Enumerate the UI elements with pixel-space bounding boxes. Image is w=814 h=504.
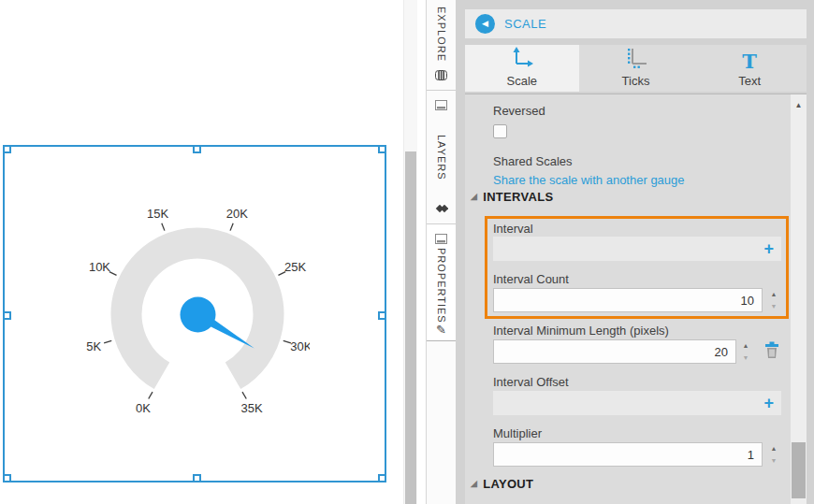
spinner-up-icon[interactable]: ▲ — [739, 339, 752, 352]
reversed-label: Reversed — [493, 104, 545, 118]
spinner-down-icon[interactable]: ▼ — [767, 454, 780, 467]
delete-trash-icon[interactable] — [764, 341, 779, 363]
layers-icon — [434, 201, 448, 218]
interval-label: Interval — [493, 222, 533, 236]
multiplier-spinner[interactable]: ▲ ▼ — [767, 442, 780, 467]
interval-offset-input[interactable]: + — [493, 391, 781, 415]
panel-scrollbar[interactable]: ▲ — [791, 94, 807, 504]
panel-content: Reversed Shared Scales Share the scale w… — [465, 94, 791, 504]
multiplier-label: Multiplier — [493, 426, 542, 440]
sidebar-tab-properties[interactable]: PROPERTIES ✎ — [427, 224, 456, 341]
scale-axes-icon — [510, 47, 534, 72]
add-interval-icon[interactable]: + — [763, 240, 774, 257]
spinner-down-icon[interactable]: ▼ — [739, 352, 752, 364]
gauge-scale-label: 15K — [147, 207, 168, 221]
sidebar-tab-layers[interactable]: LAYERS — [427, 91, 456, 224]
gauge-scale-label: 10K — [89, 260, 110, 274]
panel-scrollbar-thumb[interactable] — [792, 442, 806, 498]
shared-scales-label: Shared Scales — [493, 154, 573, 168]
spinner-down-icon[interactable]: ▼ — [767, 300, 780, 312]
selection-handle[interactable] — [3, 145, 11, 153]
design-canvas[interactable]: 0K5K10K15K20K25K30K35K — [0, 0, 426, 504]
gauge-scale-label: 20K — [226, 207, 248, 221]
interval-count-spinner[interactable]: ▲ ▼ — [767, 288, 780, 312]
multiplier-input[interactable] — [493, 442, 763, 467]
layout-section-header[interactable]: ◢LAYOUT — [471, 477, 533, 491]
gauge-widget[interactable]: 0K5K10K15K20K25K30K35K — [85, 202, 310, 426]
explore-tab-label: EXPLORE — [436, 0, 447, 67]
gauge-needle-knob[interactable] — [181, 297, 216, 333]
scale-subtabs: Scale Ticks T Text — [465, 45, 807, 92]
spinner-up-icon[interactable]: ▲ — [767, 442, 780, 454]
properties-panel: ◀ SCALE Scale Ticks T Text R — [456, 0, 814, 504]
interval-count-input[interactable] — [493, 288, 763, 312]
properties-tab-label: PROPERTIES — [436, 248, 447, 324]
spinner-up-icon[interactable]: ▲ — [767, 288, 780, 300]
selection-handle[interactable] — [193, 474, 201, 482]
selection-handle[interactable] — [378, 145, 386, 153]
canvas-scrollbar[interactable] — [403, 0, 417, 504]
intervals-section-header[interactable]: ◢INTERVALS — [471, 190, 553, 204]
tab-ticks-label: Ticks — [622, 74, 650, 88]
back-button[interactable]: ◀ — [475, 14, 495, 34]
data-explorer-icon — [435, 67, 447, 84]
selection-handle[interactable] — [378, 474, 386, 482]
selection-handle[interactable] — [3, 311, 11, 320]
gauge-scale-label: 0K — [136, 401, 151, 415]
share-scale-link[interactable]: Share the scale with another gauge — [493, 173, 685, 187]
gauge: 0K5K10K15K20K25K30K35K — [85, 202, 310, 426]
gauge-scale-label: 35K — [240, 401, 262, 415]
scroll-up-icon[interactable]: ▲ — [791, 101, 807, 109]
interval-offset-label: Interval Offset — [493, 375, 569, 389]
reversed-checkbox[interactable] — [493, 124, 507, 138]
side-tab-strip: EXPLORE LAYERS PROPERTIES ✎ — [426, 0, 456, 504]
selection-handle[interactable] — [3, 474, 11, 482]
collapse-triangle-icon: ◢ — [471, 479, 477, 488]
gauge-scale-label: 30K — [290, 339, 310, 353]
interval-min-length-input[interactable] — [493, 339, 736, 364]
panel-header: ◀ SCALE — [465, 9, 807, 38]
ticks-axes-icon — [624, 47, 648, 72]
interval-input[interactable]: + — [493, 237, 781, 261]
panel-title: SCALE — [504, 17, 546, 31]
sidebar-tab-explore[interactable]: EXPLORE — [427, 0, 456, 91]
interval-min-length-spinner[interactable]: ▲ ▼ — [739, 339, 752, 364]
collapse-triangle-icon: ◢ — [471, 192, 477, 201]
interval-min-length-label: Interval Minimum Length (pixels) — [493, 324, 669, 338]
layers-tab-label: LAYERS — [436, 114, 447, 201]
panel-window-icon — [435, 231, 447, 248]
selection-handle[interactable] — [193, 145, 201, 153]
tab-ticks[interactable]: Ticks — [579, 45, 693, 92]
tab-scale[interactable]: Scale — [465, 45, 579, 92]
tab-text[interactable]: T Text — [692, 45, 807, 92]
tab-scale-label: Scale — [507, 74, 538, 88]
panel-window-icon — [435, 97, 447, 114]
gauge-designer-app: 0K5K10K15K20K25K30K35K EXPLORE LAYERS P — [0, 0, 814, 504]
canvas-scrollbar-thumb[interactable] — [405, 151, 416, 504]
gauge-scale-label: 5K — [86, 339, 101, 353]
pencil-icon: ✎ — [436, 324, 446, 336]
add-interval-offset-icon[interactable]: + — [763, 395, 774, 411]
gauge-scale-label: 25K — [284, 260, 306, 274]
selection-handle[interactable] — [378, 311, 386, 320]
tab-text-label: Text — [738, 74, 761, 88]
interval-count-label: Interval Count — [493, 272, 569, 286]
text-icon: T — [742, 51, 757, 72]
back-icon: ◀ — [482, 20, 488, 28]
